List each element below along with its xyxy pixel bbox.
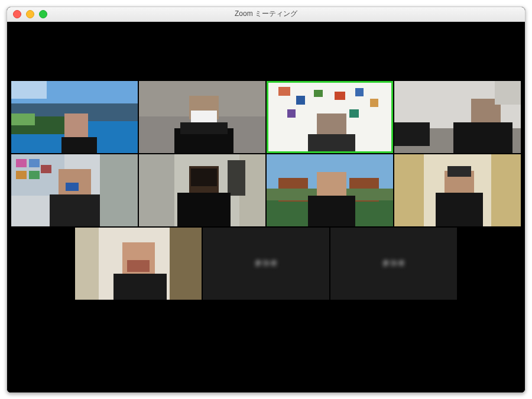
close-icon[interactable] bbox=[13, 10, 21, 18]
app-window: Zoom ミーティング bbox=[7, 7, 525, 393]
svg-rect-69 bbox=[113, 274, 167, 300]
svg-rect-68 bbox=[127, 260, 150, 272]
svg-rect-58 bbox=[491, 154, 521, 226]
participant-name-label: 参加者 bbox=[255, 258, 278, 268]
video-thumb-icon bbox=[11, 81, 138, 153]
participant-name-label: 参加者 bbox=[382, 258, 406, 268]
video-thumb-icon bbox=[394, 154, 521, 226]
svg-rect-57 bbox=[394, 154, 424, 226]
svg-rect-65 bbox=[170, 228, 202, 300]
svg-rect-55 bbox=[308, 196, 355, 226]
participant-tile[interactable] bbox=[394, 81, 521, 153]
svg-rect-35 bbox=[16, 171, 27, 179]
participant-tile[interactable] bbox=[75, 228, 202, 300]
svg-rect-54 bbox=[317, 172, 346, 199]
participant-tile[interactable] bbox=[139, 154, 265, 226]
svg-rect-30 bbox=[495, 81, 521, 105]
video-thumb-icon bbox=[394, 81, 521, 153]
svg-rect-17 bbox=[314, 90, 323, 97]
svg-rect-43 bbox=[139, 154, 174, 226]
svg-rect-33 bbox=[16, 159, 27, 167]
svg-rect-13 bbox=[180, 122, 228, 134]
svg-rect-21 bbox=[287, 109, 296, 118]
video-thumb-icon bbox=[139, 81, 265, 153]
titlebar[interactable]: Zoom ミーティング bbox=[7, 7, 525, 22]
svg-rect-18 bbox=[335, 92, 345, 100]
svg-rect-34 bbox=[29, 159, 40, 167]
svg-rect-16 bbox=[296, 96, 305, 105]
svg-rect-36 bbox=[29, 171, 40, 179]
maximize-icon[interactable] bbox=[39, 10, 47, 18]
svg-rect-6 bbox=[61, 137, 97, 153]
svg-rect-20 bbox=[370, 99, 378, 107]
svg-rect-22 bbox=[349, 109, 359, 118]
svg-rect-15 bbox=[278, 87, 290, 96]
video-thumb-icon bbox=[11, 154, 138, 226]
svg-rect-37 bbox=[41, 165, 51, 173]
video-thumb-icon bbox=[267, 154, 393, 226]
minimize-icon[interactable] bbox=[26, 10, 34, 18]
participant-tile[interactable]: 参加者 bbox=[203, 228, 329, 300]
participant-tile[interactable] bbox=[267, 154, 393, 226]
svg-rect-47 bbox=[191, 168, 217, 186]
svg-rect-19 bbox=[355, 88, 364, 96]
svg-rect-24 bbox=[308, 134, 355, 153]
participant-tile[interactable] bbox=[139, 81, 265, 153]
window-title: Zoom ミーティング bbox=[7, 9, 525, 19]
video-thumb-icon bbox=[139, 154, 265, 226]
svg-rect-4 bbox=[11, 113, 35, 125]
svg-rect-62 bbox=[436, 193, 483, 226]
participant-tile[interactable]: 参加者 bbox=[330, 228, 457, 300]
participant-tile[interactable] bbox=[11, 154, 138, 226]
participant-tile[interactable] bbox=[267, 81, 393, 153]
svg-rect-28 bbox=[453, 122, 512, 153]
gallery-view: 参加者 参加者 bbox=[7, 22, 525, 392]
svg-rect-7 bbox=[11, 81, 47, 99]
participant-tile[interactable] bbox=[394, 154, 521, 226]
svg-rect-61 bbox=[447, 166, 471, 177]
video-thumb-icon bbox=[75, 228, 202, 300]
svg-rect-23 bbox=[317, 113, 346, 137]
svg-rect-29 bbox=[394, 122, 430, 146]
window-controls bbox=[13, 10, 47, 18]
svg-rect-48 bbox=[177, 193, 231, 226]
svg-rect-39 bbox=[50, 194, 103, 226]
svg-rect-41 bbox=[66, 183, 79, 191]
svg-rect-45 bbox=[228, 160, 245, 196]
video-thumb-icon bbox=[267, 81, 393, 153]
svg-rect-64 bbox=[75, 228, 99, 300]
svg-rect-40 bbox=[100, 154, 138, 226]
participant-tile[interactable] bbox=[11, 81, 138, 153]
